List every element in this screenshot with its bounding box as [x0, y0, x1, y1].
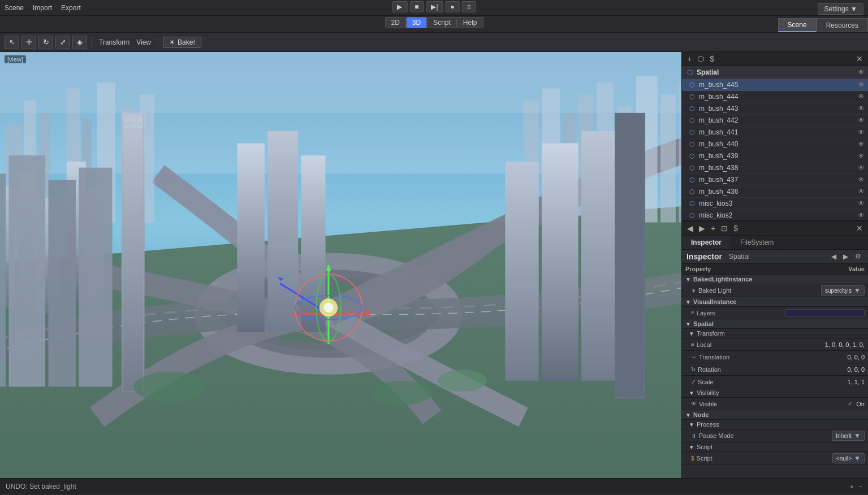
tree-item-misc_kios3[interactable]: ⬡misc_kios3👁 [682, 198, 868, 210]
tree-item-m_bush_437[interactable]: ⬡m_bush_437👁 [682, 174, 868, 186]
section-spatial[interactable]: ▼ Spatial [682, 319, 868, 329]
play-button[interactable]: ▶ [392, 1, 407, 12]
bakedlight-dropdown-button[interactable]: ▼ [854, 286, 861, 294]
prop-name-layers: ≡ Layers [691, 310, 785, 316]
tree-item-eye-m_bush_443[interactable]: 👁 [858, 105, 865, 112]
move-tool-button[interactable]: ✛ [21, 36, 36, 49]
script-value-badge[interactable]: <null> ▼ [832, 453, 865, 463]
inspector-settings-button[interactable]: ⚙ [853, 252, 863, 261]
translation-value-text: 0, 0, 0 [847, 354, 865, 361]
tree-item-label-misc_kios2: misc_kios2 [699, 211, 858, 219]
tree-item-m_bush_445[interactable]: ⬡m_bush_445👁 [682, 79, 868, 91]
sub-section-script[interactable]: ▼ Script [682, 442, 868, 452]
tree-item-eye-m_bush_445[interactable]: 👁 [858, 81, 865, 89]
prop-value-scale[interactable]: 1, 1, 1 [785, 379, 865, 385]
tab-inspector[interactable]: Inspector [682, 236, 731, 249]
section-visualinstance[interactable]: ▼ VisualInstance [682, 297, 868, 307]
rotate-tool-button[interactable]: ↻ [38, 36, 53, 49]
prop-value-visible[interactable]: ✓ On [785, 400, 865, 407]
tree-item-m_bush_440[interactable]: ⬡m_bush_440👁 [682, 138, 868, 150]
status-message: UNDO: Set baked_light [6, 483, 76, 490]
tree-item-m_bush_443[interactable]: ⬡m_bush_443👁 [682, 103, 868, 115]
pausemode-dropdown-button[interactable]: ▼ [854, 432, 861, 440]
stop-button[interactable]: ■ [409, 1, 424, 12]
section-bakedlightinstance[interactable]: ▼ BakedLightInstance [682, 275, 868, 284]
tree-item-eye-m_bush_437[interactable]: 👁 [858, 176, 865, 184]
tree-item-eye-m_bush_436[interactable]: 👁 [858, 188, 865, 196]
bakedlight-value-badge[interactable]: supercity.s ▼ [821, 285, 865, 296]
scale-tool-button[interactable]: ⤢ [55, 36, 70, 49]
local-tool-button[interactable]: ◈ [72, 36, 87, 49]
sub-section-transform[interactable]: ▼ Transform [682, 329, 868, 338]
menu-scene[interactable]: Scene [5, 4, 24, 12]
settings-button[interactable]: Settings ▼ [818, 3, 863, 15]
tree-forward-button[interactable]: ▶ [697, 223, 707, 233]
tab-script[interactable]: Script [427, 17, 457, 28]
record-button[interactable]: ● [446, 1, 460, 12]
sub-section-process[interactable]: ▼ Process [682, 420, 868, 429]
layers-bar[interactable] [785, 309, 865, 317]
tree-item-eye-m_bush_442[interactable]: 👁 [858, 116, 865, 124]
viewport[interactable]: [view] [0, 52, 681, 478]
tree-item-m_bush_441[interactable]: ⬡m_bush_441👁 [682, 127, 868, 138]
bake-button[interactable]: ☀ Bake! [163, 37, 201, 48]
select-tool-button[interactable]: ↖ [5, 36, 19, 49]
pausemode-value-badge[interactable]: Inherit ▼ [832, 431, 865, 441]
instance-button[interactable]: ⬡ [696, 54, 706, 64]
root-visibility-icon[interactable]: 👁 [858, 68, 865, 76]
tree-item-eye-m_bush_441[interactable]: 👁 [858, 128, 865, 136]
tab-3d[interactable]: 3D [406, 17, 427, 28]
tree-item-eye-m_bush_440[interactable]: 👁 [858, 140, 865, 148]
close-scene-button[interactable]: ✕ [854, 54, 865, 64]
script-button[interactable]: $ [708, 54, 716, 64]
tree-item-eye-misc_kios3[interactable]: 👁 [858, 199, 865, 207]
tab-filesystem[interactable]: FileSystem [731, 236, 783, 249]
view-menu[interactable]: View [136, 38, 151, 46]
prop-name-script: $ Script [691, 455, 785, 462]
prop-value-rotation[interactable]: 0, 0, 0 [785, 366, 865, 373]
inspector-forward-button[interactable]: ▶ [841, 252, 850, 261]
tree-item-label-m_bush_436: m_bush_436 [699, 188, 858, 196]
tree-script-button[interactable]: $ [732, 223, 740, 233]
tab-help[interactable]: Help [457, 17, 483, 28]
tree-item-eye-misc_kios2[interactable]: 👁 [858, 211, 865, 219]
resources-tab[interactable]: Resources [817, 18, 868, 32]
menu-export[interactable]: Export [61, 4, 81, 12]
new-node-button[interactable]: + [685, 54, 693, 64]
tree-root-spatial[interactable]: ⬡ Spatial 👁 [682, 66, 868, 79]
tree-item-eye-m_bush_438[interactable]: 👁 [858, 164, 865, 172]
scene-tree-toolbar: + ⬡ $ ✕ [682, 52, 868, 66]
section-node[interactable]: ▼ Node [682, 410, 868, 420]
tree-item-m_bush_436[interactable]: ⬡m_bush_436👁 [682, 186, 868, 198]
tree-item-eye-m_bush_444[interactable]: 👁 [858, 93, 865, 101]
tree-item-m_bush_444[interactable]: ⬡m_bush_444👁 [682, 91, 868, 103]
scene-tab[interactable]: Scene [778, 18, 817, 32]
prop-value-pausemode[interactable]: Inherit ▼ [785, 431, 865, 441]
prop-name-pausemode: ⏸ Pause Mode [691, 432, 785, 439]
tree-close-button[interactable]: ✕ [854, 223, 865, 233]
transform-menu[interactable]: Transform [99, 38, 129, 46]
prop-value-layers[interactable] [785, 309, 865, 317]
prop-name-visible: 👁 Visible [691, 401, 785, 407]
inspector-back-button[interactable]: ◀ [829, 252, 839, 261]
prop-value-bakedlight[interactable]: supercity.s ▼ [785, 285, 865, 296]
tree-duplicate-button[interactable]: ⊡ [719, 223, 729, 233]
tree-item-m_bush_439[interactable]: ⬡m_bush_439👁 [682, 150, 868, 162]
tree-back-button[interactable]: ◀ [685, 223, 695, 233]
prop-value-script[interactable]: <null> ▼ [785, 453, 865, 463]
tree-item-label-m_bush_445: m_bush_445 [699, 81, 858, 89]
tab-2d[interactable]: 2D [385, 17, 405, 28]
script-dropdown-button[interactable]: ▼ [854, 454, 861, 462]
tree-item-m_bush_438[interactable]: ⬡m_bush_438👁 [682, 162, 868, 174]
prop-value-translation[interactable]: 0, 0, 0 [785, 354, 865, 361]
tree-item-eye-m_bush_439[interactable]: 👁 [858, 152, 865, 160]
step-button[interactable]: ▶| [426, 1, 443, 12]
tree-add-button[interactable]: + [709, 223, 717, 233]
visibility-arrow: ▼ [689, 390, 694, 396]
tree-item-m_bush_442[interactable]: ⬡m_bush_442👁 [682, 115, 868, 127]
tree-item-misc_kios2[interactable]: ⬡misc_kios2👁 [682, 210, 868, 221]
menu-import[interactable]: Import [33, 4, 52, 12]
prop-value-local[interactable]: 1, 0, 0, 0, 1, 0, [785, 341, 865, 348]
sub-section-visibility[interactable]: ▼ Visibility [682, 388, 868, 398]
more-button[interactable]: ≡ [462, 1, 476, 12]
